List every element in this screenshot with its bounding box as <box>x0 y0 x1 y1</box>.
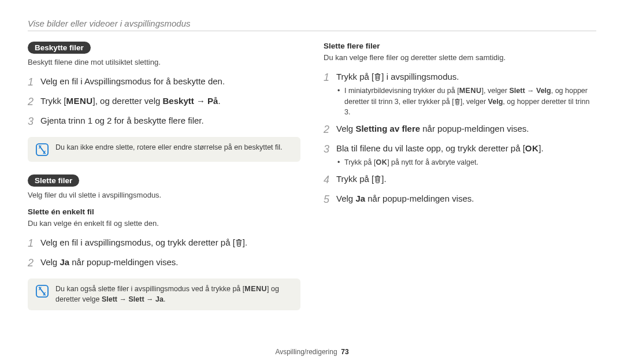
step-text: Velg en fil i Avspillingsmodus for å bes… <box>40 75 300 88</box>
delete-multi-step-1: Trykk på [] i avspillingsmodus. I miniat… <box>324 70 596 118</box>
bold: Sletting av flere <box>355 124 420 133</box>
text: ]. <box>243 237 247 247</box>
note-icon <box>36 285 49 298</box>
text: Velg en fil i avspillingsmodus, og trykk… <box>40 237 235 247</box>
note-text: Du kan også slette filer i avspillingsmo… <box>55 284 292 304</box>
delete-single-lead: Du kan velge én enkelt fil og slette den… <box>28 218 300 229</box>
delete-multi-lead: Du kan velge flere filer og deretter sle… <box>324 53 596 63</box>
text: . <box>218 96 220 106</box>
page-footer: Avspilling/redigering 73 <box>0 348 624 356</box>
delete-multi-step-5: Velg Ja når popup-meldingen vises. <box>324 192 596 208</box>
ok-key: OK <box>376 158 387 166</box>
step-sub-bullets: I miniatyrbildevisning trykker du på [ME… <box>336 86 596 117</box>
right-column: Slette flere filer Du kan velge flere fi… <box>324 42 596 323</box>
step-text: Velg Ja når popup-meldingen vises. <box>336 192 596 205</box>
text: ]. <box>381 174 386 184</box>
step-text: Velg Ja når popup-meldingen vises. <box>40 255 300 269</box>
step-text: Trykk på []. <box>336 172 596 185</box>
page-title: Vise bilder eller videoer i avspillingsm… <box>28 18 596 28</box>
delete-multi-step-2: Velg Sletting av flere når popup-melding… <box>324 122 596 138</box>
text: når popup-meldingen vises. <box>365 194 474 203</box>
text: når popup-meldingen vises. <box>420 124 529 133</box>
delete-heading-pill: Slette filer <box>28 174 79 187</box>
text: Trykk på [ <box>344 158 376 166</box>
text: ], velger <box>482 87 510 95</box>
step-text: Bla til filene du vil laste opp, og tryk… <box>336 143 544 153</box>
menu-key: MENU <box>66 96 92 106</box>
sub-bullet: I miniatyrbildevisning trykker du på [ME… <box>336 86 596 117</box>
text: Velg <box>336 194 355 203</box>
protect-heading-pill: Beskytte filer <box>28 42 91 54</box>
ok-key: OK <box>525 143 539 153</box>
text: ], velger <box>460 98 488 106</box>
step-text: Gjenta trinn 1 og 2 for å beskytte flere… <box>40 114 300 127</box>
text: Velg <box>40 257 60 267</box>
delete-multi-step-3: Bla til filene du vil laste opp, og tryk… <box>324 142 596 169</box>
text: ] i avspillingsmodus. <box>381 72 459 81</box>
note-text: Du kan ikke endre slette, rotere eller e… <box>55 143 283 153</box>
sub-bullet: Trykk på [OK] på nytt for å avbryte valg… <box>336 157 596 168</box>
bold: Slett → Velg <box>509 87 551 95</box>
delete-single-step-2: Velg Ja når popup-meldingen vises. <box>28 255 300 272</box>
trash-icon <box>235 239 243 247</box>
text: I miniatyrbildevisning trykker du på [ <box>344 87 459 95</box>
text: Velg <box>336 124 355 133</box>
text: . <box>164 295 165 303</box>
text: Du kan også slette filer i avspillingsmo… <box>55 285 244 293</box>
delete-single-steps: Velg en fil i avspillingsmodus, og trykk… <box>28 236 300 272</box>
content-columns: Beskytte filer Beskytt filene dine mot u… <box>28 42 596 323</box>
delete-multi-step-4: Trykk på []. <box>324 172 596 188</box>
delete-multi-steps: Trykk på [] i avspillingsmodus. I miniat… <box>324 70 596 208</box>
protect-step-2: Trykk [MENU], og deretter velg Beskytt →… <box>28 94 300 110</box>
trash-icon <box>454 98 460 105</box>
text: Bla til filene du vil laste opp, og tryk… <box>336 143 525 153</box>
text: Trykk [ <box>40 96 66 106</box>
delete-multi-subhead: Slette flere filer <box>324 42 596 50</box>
trash-icon <box>374 73 381 81</box>
step-text: Velg en fil i avspillingsmodus, og trykk… <box>40 236 300 249</box>
text: Trykk på [ <box>336 72 374 81</box>
step-text: Velg Sletting av flere når popup-melding… <box>336 122 596 135</box>
left-column: Beskytte filer Beskytt filene dine mot u… <box>28 42 300 323</box>
bold: Ja <box>355 194 365 203</box>
step-text: Trykk [MENU], og deretter velg Beskytt →… <box>40 94 300 107</box>
menu-key: MENU <box>244 285 267 293</box>
delete-single-step-1: Velg en fil i avspillingsmodus, og trykk… <box>28 236 300 252</box>
step-sub-bullets: Trykk på [OK] på nytt for å avbryte valg… <box>336 157 596 168</box>
bold: Ja <box>60 257 69 267</box>
delete-note: Du kan også slette filer i avspillingsmo… <box>28 278 300 310</box>
footer-section: Avspilling/redigering <box>275 348 337 356</box>
bold: Velg <box>488 98 503 106</box>
protect-step-1: Velg en fil i Avspillingsmodus for å bes… <box>28 75 300 91</box>
protect-lead: Beskytt filene dine mot utilsiktet slett… <box>28 57 300 68</box>
menu-key: MENU <box>459 87 482 95</box>
text: Trykk på [ <box>336 174 374 184</box>
step-text: Trykk på [] i avspillingsmodus. <box>336 72 459 81</box>
page-number: 73 <box>341 348 348 356</box>
protect-note: Du kan ikke endre slette, rotere eller e… <box>28 137 300 162</box>
text: ]. <box>538 143 543 153</box>
text: når popup-meldingen vises. <box>69 257 178 267</box>
protect-step-3: Gjenta trinn 1 og 2 for å beskytte flere… <box>28 114 300 130</box>
note-icon <box>36 143 49 156</box>
text: ] på nytt for å avbryte valget. <box>387 158 478 166</box>
delete-single-subhead: Slette én enkelt fil <box>28 207 300 216</box>
bold: Beskytt → På <box>163 96 218 106</box>
divider <box>28 31 596 31</box>
bold: Slett → Slett → Ja <box>102 295 164 303</box>
text: ], og deretter velg <box>93 96 163 106</box>
protect-steps: Velg en fil i Avspillingsmodus for å bes… <box>28 75 300 130</box>
trash-icon <box>374 175 381 183</box>
delete-lead: Velg filer du vil slette i avspillingsmo… <box>28 190 300 200</box>
